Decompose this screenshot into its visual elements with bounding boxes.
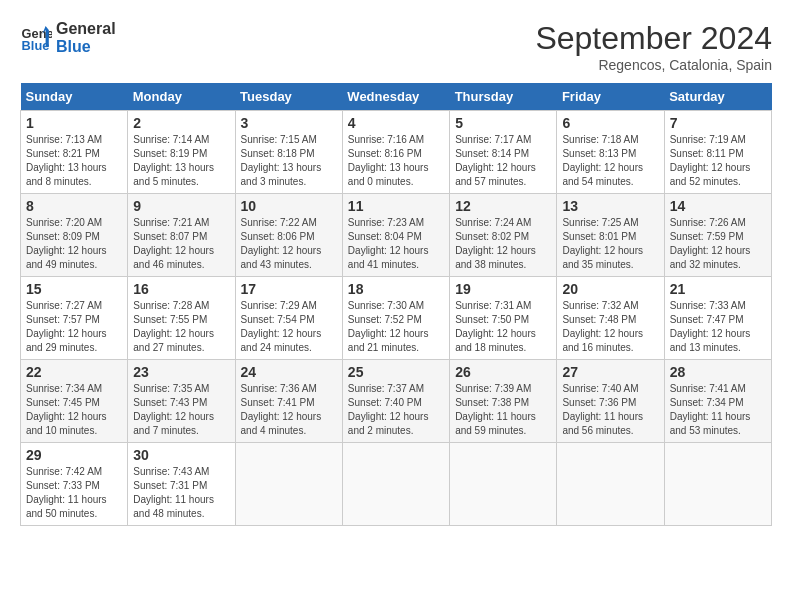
table-cell: 11Sunrise: 7:23 AMSunset: 8:04 PMDayligh… [342,194,449,277]
day-number: 19 [455,281,551,297]
table-cell: 9Sunrise: 7:21 AMSunset: 8:07 PMDaylight… [128,194,235,277]
day-info: Sunrise: 7:37 AMSunset: 7:40 PMDaylight:… [348,382,444,438]
day-info: Sunrise: 7:30 AMSunset: 7:52 PMDaylight:… [348,299,444,355]
day-info: Sunrise: 7:43 AMSunset: 7:31 PMDaylight:… [133,465,229,521]
table-cell: 30Sunrise: 7:43 AMSunset: 7:31 PMDayligh… [128,443,235,526]
day-info: Sunrise: 7:26 AMSunset: 7:59 PMDaylight:… [670,216,766,272]
table-cell: 15Sunrise: 7:27 AMSunset: 7:57 PMDayligh… [21,277,128,360]
day-info: Sunrise: 7:39 AMSunset: 7:38 PMDaylight:… [455,382,551,438]
day-info: Sunrise: 7:16 AMSunset: 8:16 PMDaylight:… [348,133,444,189]
day-number: 9 [133,198,229,214]
day-info: Sunrise: 7:31 AMSunset: 7:50 PMDaylight:… [455,299,551,355]
day-number: 27 [562,364,658,380]
week-row: 22Sunrise: 7:34 AMSunset: 7:45 PMDayligh… [21,360,772,443]
table-cell: 29Sunrise: 7:42 AMSunset: 7:33 PMDayligh… [21,443,128,526]
day-info: Sunrise: 7:27 AMSunset: 7:57 PMDaylight:… [26,299,122,355]
day-number: 18 [348,281,444,297]
table-cell: 22Sunrise: 7:34 AMSunset: 7:45 PMDayligh… [21,360,128,443]
table-cell: 23Sunrise: 7:35 AMSunset: 7:43 PMDayligh… [128,360,235,443]
logo: General Blue General Blue [20,20,116,55]
logo-icon: General Blue [20,22,52,54]
calendar-table: Sunday Monday Tuesday Wednesday Thursday… [20,83,772,526]
day-info: Sunrise: 7:23 AMSunset: 8:04 PMDaylight:… [348,216,444,272]
header-row: Sunday Monday Tuesday Wednesday Thursday… [21,83,772,111]
day-number: 15 [26,281,122,297]
day-number: 25 [348,364,444,380]
day-number: 24 [241,364,337,380]
day-info: Sunrise: 7:25 AMSunset: 8:01 PMDaylight:… [562,216,658,272]
day-info: Sunrise: 7:28 AMSunset: 7:55 PMDaylight:… [133,299,229,355]
table-cell: 8Sunrise: 7:20 AMSunset: 8:09 PMDaylight… [21,194,128,277]
logo-line1: General [56,20,116,38]
table-cell: 27Sunrise: 7:40 AMSunset: 7:36 PMDayligh… [557,360,664,443]
table-cell: 17Sunrise: 7:29 AMSunset: 7:54 PMDayligh… [235,277,342,360]
table-cell [342,443,449,526]
col-monday: Monday [128,83,235,111]
day-info: Sunrise: 7:33 AMSunset: 7:47 PMDaylight:… [670,299,766,355]
week-row: 1Sunrise: 7:13 AMSunset: 8:21 PMDaylight… [21,111,772,194]
table-cell: 4Sunrise: 7:16 AMSunset: 8:16 PMDaylight… [342,111,449,194]
day-number: 3 [241,115,337,131]
logo-line2: Blue [56,38,116,56]
table-cell: 24Sunrise: 7:36 AMSunset: 7:41 PMDayligh… [235,360,342,443]
title-block: September 2024 Regencos, Catalonia, Spai… [535,20,772,73]
day-number: 23 [133,364,229,380]
day-number: 13 [562,198,658,214]
day-number: 30 [133,447,229,463]
table-cell [235,443,342,526]
day-info: Sunrise: 7:36 AMSunset: 7:41 PMDaylight:… [241,382,337,438]
day-number: 8 [26,198,122,214]
table-cell: 16Sunrise: 7:28 AMSunset: 7:55 PMDayligh… [128,277,235,360]
day-info: Sunrise: 7:34 AMSunset: 7:45 PMDaylight:… [26,382,122,438]
col-wednesday: Wednesday [342,83,449,111]
table-cell: 28Sunrise: 7:41 AMSunset: 7:34 PMDayligh… [664,360,771,443]
day-info: Sunrise: 7:19 AMSunset: 8:11 PMDaylight:… [670,133,766,189]
week-row: 8Sunrise: 7:20 AMSunset: 8:09 PMDaylight… [21,194,772,277]
day-number: 12 [455,198,551,214]
day-number: 7 [670,115,766,131]
table-cell: 21Sunrise: 7:33 AMSunset: 7:47 PMDayligh… [664,277,771,360]
day-number: 6 [562,115,658,131]
table-cell: 13Sunrise: 7:25 AMSunset: 8:01 PMDayligh… [557,194,664,277]
table-cell: 25Sunrise: 7:37 AMSunset: 7:40 PMDayligh… [342,360,449,443]
day-number: 4 [348,115,444,131]
day-number: 28 [670,364,766,380]
day-info: Sunrise: 7:22 AMSunset: 8:06 PMDaylight:… [241,216,337,272]
table-cell: 10Sunrise: 7:22 AMSunset: 8:06 PMDayligh… [235,194,342,277]
day-number: 21 [670,281,766,297]
day-number: 11 [348,198,444,214]
day-info: Sunrise: 7:17 AMSunset: 8:14 PMDaylight:… [455,133,551,189]
day-info: Sunrise: 7:14 AMSunset: 8:19 PMDaylight:… [133,133,229,189]
day-number: 22 [26,364,122,380]
day-number: 26 [455,364,551,380]
table-cell: 12Sunrise: 7:24 AMSunset: 8:02 PMDayligh… [450,194,557,277]
week-row: 29Sunrise: 7:42 AMSunset: 7:33 PMDayligh… [21,443,772,526]
day-number: 29 [26,447,122,463]
day-info: Sunrise: 7:15 AMSunset: 8:18 PMDaylight:… [241,133,337,189]
table-cell: 3Sunrise: 7:15 AMSunset: 8:18 PMDaylight… [235,111,342,194]
day-info: Sunrise: 7:29 AMSunset: 7:54 PMDaylight:… [241,299,337,355]
table-cell [664,443,771,526]
day-info: Sunrise: 7:35 AMSunset: 7:43 PMDaylight:… [133,382,229,438]
day-info: Sunrise: 7:32 AMSunset: 7:48 PMDaylight:… [562,299,658,355]
day-number: 10 [241,198,337,214]
day-number: 2 [133,115,229,131]
table-cell: 14Sunrise: 7:26 AMSunset: 7:59 PMDayligh… [664,194,771,277]
table-cell: 18Sunrise: 7:30 AMSunset: 7:52 PMDayligh… [342,277,449,360]
table-cell: 2Sunrise: 7:14 AMSunset: 8:19 PMDaylight… [128,111,235,194]
day-info: Sunrise: 7:42 AMSunset: 7:33 PMDaylight:… [26,465,122,521]
col-sunday: Sunday [21,83,128,111]
col-saturday: Saturday [664,83,771,111]
day-number: 16 [133,281,229,297]
location: Regencos, Catalonia, Spain [535,57,772,73]
page-header: General Blue General Blue September 2024… [20,20,772,73]
col-tuesday: Tuesday [235,83,342,111]
day-number: 5 [455,115,551,131]
day-info: Sunrise: 7:41 AMSunset: 7:34 PMDaylight:… [670,382,766,438]
day-info: Sunrise: 7:13 AMSunset: 8:21 PMDaylight:… [26,133,122,189]
day-info: Sunrise: 7:18 AMSunset: 8:13 PMDaylight:… [562,133,658,189]
day-info: Sunrise: 7:24 AMSunset: 8:02 PMDaylight:… [455,216,551,272]
week-row: 15Sunrise: 7:27 AMSunset: 7:57 PMDayligh… [21,277,772,360]
table-cell: 5Sunrise: 7:17 AMSunset: 8:14 PMDaylight… [450,111,557,194]
day-number: 1 [26,115,122,131]
